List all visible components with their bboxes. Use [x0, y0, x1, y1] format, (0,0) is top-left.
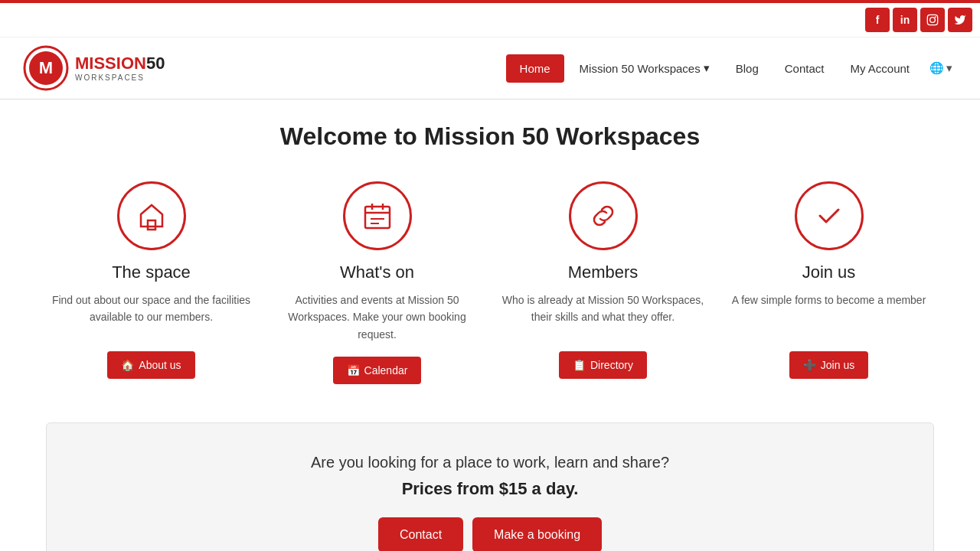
- nav-myaccount-link[interactable]: My Account: [839, 56, 920, 81]
- svg-point-2: [935, 16, 936, 18]
- joinus-button[interactable]: ➕ Join us: [789, 351, 868, 379]
- logo-text: MISSION50: [75, 54, 165, 73]
- cta-section: Are you looking for a place to work, lea…: [46, 422, 934, 551]
- social-bar: f in: [0, 3, 980, 37]
- nav-blog-link[interactable]: Blog: [725, 56, 769, 81]
- logo-sub: WORKSPACES: [75, 73, 165, 82]
- link-icon: [586, 199, 620, 233]
- globe-dropdown-icon: ▾: [946, 61, 952, 75]
- nav-home-button[interactable]: Home: [506, 54, 564, 83]
- contact-button[interactable]: Contact: [378, 517, 463, 551]
- calendar-btn-icon: 📅: [347, 364, 360, 377]
- cta-text: Are you looking for a place to work, lea…: [62, 454, 918, 471]
- calendar-icon: [361, 199, 394, 233]
- facebook-icon[interactable]: f: [865, 8, 890, 32]
- joinus-icon-circle: [795, 181, 864, 250]
- members-icon-circle: [569, 181, 638, 250]
- directory-button[interactable]: 📋 Directory: [559, 351, 647, 379]
- cta-price: Prices from $15 a day.: [62, 479, 918, 499]
- svg-rect-6: [148, 220, 155, 230]
- cta-buttons: Contact Make a booking: [62, 517, 918, 551]
- header: M MISSION50 WORKSPACES Home Mission 50 W…: [0, 37, 980, 99]
- members-desc: Who is already at Mission 50 Workspaces,…: [498, 292, 708, 337]
- about-us-button[interactable]: 🏠 About us: [107, 351, 194, 379]
- linkedin-icon[interactable]: in: [893, 8, 917, 32]
- joinus-btn-icon: ➕: [803, 359, 816, 371]
- space-title: The space: [112, 262, 191, 282]
- nav-contact-link[interactable]: Contact: [774, 56, 835, 81]
- language-selector[interactable]: 🌐 ▾: [925, 55, 957, 81]
- logo[interactable]: M MISSION50 WORKSPACES: [23, 45, 165, 91]
- members-title: Members: [568, 262, 639, 282]
- dropdown-icon: ▾: [704, 61, 710, 75]
- logo-icon: M: [23, 45, 69, 91]
- make-booking-button[interactable]: Make a booking: [472, 517, 602, 551]
- feature-whatson: What's on Activities and events at Missi…: [272, 181, 482, 384]
- directory-btn-icon: 📋: [573, 359, 586, 371]
- svg-rect-7: [365, 207, 390, 228]
- whatson-icon-circle: [343, 181, 412, 250]
- space-desc: Find out about our space and the facilit…: [46, 292, 256, 337]
- joinus-desc: A few simple forms to become a member: [732, 292, 926, 337]
- check-icon: [812, 199, 846, 233]
- svg-point-1: [930, 18, 936, 23]
- instagram-icon[interactable]: [920, 8, 945, 32]
- calendar-button[interactable]: 📅 Calendar: [333, 357, 422, 384]
- nav-workspaces-link[interactable]: Mission 50 Workspaces ▾: [569, 55, 720, 81]
- feature-joinus: Join us A few simple forms to become a m…: [724, 181, 934, 384]
- house-btn-icon: 🏠: [121, 359, 134, 371]
- svg-text:M: M: [39, 58, 53, 77]
- features-row: The space Find out about our space and t…: [46, 181, 934, 384]
- svg-rect-0: [927, 15, 937, 24]
- main-nav: Home Mission 50 Workspaces ▾ Blog Contac…: [506, 54, 957, 83]
- twitter-icon[interactable]: [948, 8, 972, 32]
- joinus-title: Join us: [802, 262, 856, 282]
- page-title: Welcome to Mission 50 Workspaces: [46, 122, 934, 151]
- whatson-desc: Activities and events at Mission 50 Work…: [272, 292, 482, 343]
- space-icon-circle: [117, 181, 186, 250]
- globe-icon: 🌐: [929, 61, 944, 75]
- feature-space: The space Find out about our space and t…: [46, 181, 256, 384]
- main-content: Welcome to Mission 50 Workspaces The spa…: [31, 99, 949, 551]
- house-icon: [135, 199, 168, 233]
- feature-members: Members Who is already at Mission 50 Wor…: [498, 181, 708, 384]
- whatson-title: What's on: [340, 262, 414, 282]
